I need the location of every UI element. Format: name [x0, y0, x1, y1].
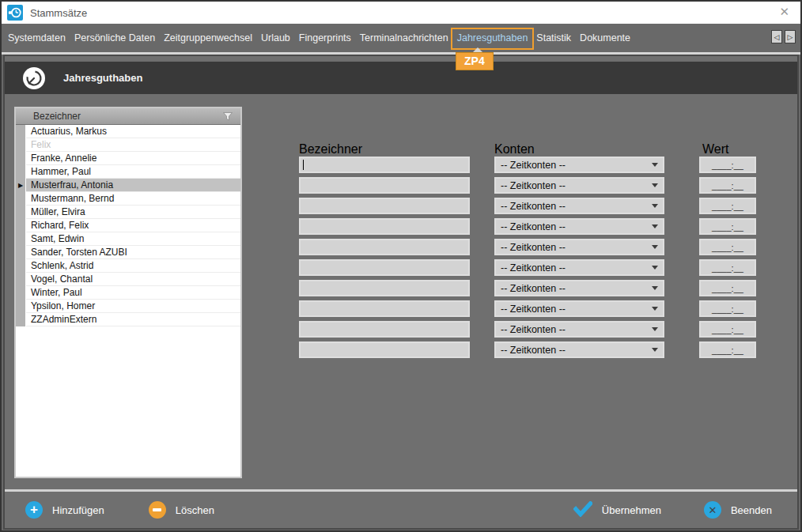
tab-systemdaten[interactable]: Systemdaten: [8, 32, 66, 43]
tab-dokumente[interactable]: Dokumente: [580, 32, 630, 43]
exit-button[interactable]: ✕ Beenden: [704, 501, 772, 519]
bezeichner-input[interactable]: [299, 218, 470, 235]
konten-select[interactable]: -- Zeitkonten --: [494, 259, 664, 276]
checkmark-icon: [573, 501, 592, 519]
exit-button-label: Beenden: [731, 504, 772, 516]
konten-select-value: -- Zeitkonten --: [501, 221, 566, 232]
text-caret: [303, 160, 304, 170]
wert-input[interactable]: ____:__: [699, 321, 756, 338]
row-selector-gutter: ▶: [16, 125, 26, 138]
employee-list-item[interactable]: ▶ Samt, Edwin: [16, 232, 240, 246]
tab-bar: Systemdaten Persönliche Daten Zeitgruppe…: [2, 24, 800, 52]
employee-list-item[interactable]: ▶ Musterfrau, Antonia: [16, 179, 240, 192]
tab-urlaub[interactable]: Urlaub: [261, 32, 290, 43]
apply-button-label: Übernehmen: [602, 504, 661, 516]
tab-fingerprints[interactable]: Fingerprints: [299, 32, 351, 43]
employee-list-item[interactable]: ▶ Winter, Paul: [16, 286, 240, 300]
guthaben-row: -- Zeitkonten -- ____:__: [299, 259, 756, 276]
konten-select[interactable]: -- Zeitkonten --: [494, 198, 664, 214]
close-icon[interactable]: ✕: [779, 5, 789, 19]
konten-select[interactable]: -- Zeitkonten --: [494, 300, 664, 317]
row-selector-gutter: ▶: [16, 313, 26, 326]
wert-input[interactable]: ____:__: [699, 259, 756, 276]
employee-list-item[interactable]: ▶ Richard, Felix: [16, 219, 240, 232]
bezeichner-input[interactable]: [299, 177, 470, 194]
konten-select[interactable]: -- Zeitkonten --: [494, 280, 664, 296]
tab-pers-nliche-daten[interactable]: Persönliche Daten: [74, 32, 155, 43]
employee-name: Winter, Paul: [26, 286, 240, 300]
row-selector-gutter: ▶: [16, 300, 26, 313]
add-button[interactable]: + Hinzufügen: [25, 501, 104, 519]
row-selector-gutter: ▶: [16, 273, 26, 286]
wert-input[interactable]: ____:__: [699, 198, 756, 214]
plus-glyph: +: [30, 503, 38, 516]
tab-terminalnachrichten[interactable]: Terminalnachrichten: [360, 32, 448, 43]
close-circle-icon: ✕: [704, 501, 721, 519]
list-column-header[interactable]: Bezeichner: [16, 108, 240, 125]
form-header-wert: Wert: [702, 142, 728, 157]
employee-name: Felix: [26, 138, 240, 152]
bezeichner-input[interactable]: [299, 321, 470, 338]
form-header-bezeichner: Bezeichner: [299, 142, 362, 157]
bezeichner-input[interactable]: [299, 157, 470, 173]
filter-icon[interactable]: [223, 112, 233, 123]
employee-list-item[interactable]: ▶ Felix: [16, 138, 240, 152]
employee-list-item[interactable]: ▶ ZZAdminExtern: [16, 313, 240, 326]
wert-input[interactable]: ____:__: [699, 280, 756, 296]
tab-zeitgruppenwechsel[interactable]: Zeitgruppenwechsel: [164, 32, 252, 43]
employee-list-item[interactable]: ▶ Ypsilon, Homer: [16, 300, 240, 313]
wert-mask-value: ____:__: [712, 202, 743, 211]
delete-button[interactable]: Löschen: [149, 501, 214, 519]
employee-list-item[interactable]: ▶ Actuarius, Markus: [16, 125, 240, 138]
wert-input[interactable]: ____:__: [699, 341, 756, 358]
bezeichner-input[interactable]: [299, 239, 470, 255]
tab-scroll-left-icon[interactable]: ◁: [771, 30, 782, 43]
tab-label: Zeitgruppenwechsel: [164, 32, 252, 43]
wert-input[interactable]: ____:__: [699, 300, 756, 317]
employee-list-item[interactable]: ▶ Franke, Annelie: [16, 152, 240, 165]
konten-select-value: -- Zeitkonten --: [501, 283, 566, 294]
apply-button[interactable]: Übernehmen: [573, 501, 661, 519]
employee-list-item[interactable]: ▶ Mustermann, Bernd: [16, 192, 240, 206]
bezeichner-input[interactable]: [299, 280, 470, 296]
zp4-annotation-badge: ZP4: [456, 52, 494, 70]
wert-input[interactable]: ____:__: [699, 218, 756, 235]
konten-select[interactable]: -- Zeitkonten --: [494, 239, 664, 255]
chevron-down-icon: [652, 204, 658, 208]
bezeichner-input[interactable]: [299, 341, 470, 358]
row-selector-gutter: ▶: [16, 192, 26, 206]
bezeichner-input[interactable]: [299, 259, 470, 276]
bezeichner-input[interactable]: [299, 300, 470, 317]
app-clock-icon: [7, 5, 23, 21]
bezeichner-input[interactable]: [299, 198, 470, 214]
wert-input[interactable]: ____:__: [699, 177, 756, 194]
employee-list-item[interactable]: ▶ Müller, Elvira: [16, 206, 240, 219]
tab-jahresguthaben[interactable]: Jahresguthaben: [457, 32, 528, 43]
konten-select-value: -- Zeitkonten --: [501, 262, 566, 274]
guthaben-row: -- Zeitkonten -- ____:__: [299, 280, 756, 296]
guthaben-row: -- Zeitkonten -- ____:__: [299, 177, 756, 194]
tab-scroll-right-icon[interactable]: ▷: [785, 30, 796, 43]
konten-select[interactable]: -- Zeitkonten --: [494, 177, 664, 194]
employee-name: Actuarius, Markus: [26, 125, 240, 138]
row-selector-gutter: ▶: [16, 165, 26, 179]
wert-input[interactable]: ____:__: [699, 157, 756, 173]
content-frame: Jahresguthaben Bezeichner ▶ Actuarius, M…: [3, 55, 799, 530]
tab-label: Persönliche Daten: [74, 32, 155, 43]
employee-list-item[interactable]: ▶ Schlenk, Astrid: [16, 259, 240, 273]
konten-select[interactable]: -- Zeitkonten --: [494, 218, 664, 235]
konten-select[interactable]: -- Zeitkonten --: [494, 157, 664, 173]
employee-list-item[interactable]: ▶ Hammer, Paul: [16, 165, 240, 179]
konten-select[interactable]: -- Zeitkonten --: [494, 341, 664, 358]
wert-input[interactable]: ____:__: [699, 239, 756, 255]
employee-list-item[interactable]: ▶ Vogel, Chantal: [16, 273, 240, 286]
employee-list-item[interactable]: ▶ Sander, Torsten AZUBI: [16, 246, 240, 259]
konten-select[interactable]: -- Zeitkonten --: [494, 321, 664, 338]
tab-statistik[interactable]: Statistik: [536, 32, 571, 43]
wert-mask-value: ____:__: [712, 304, 743, 314]
chevron-down-icon: [652, 286, 658, 290]
konten-select-value: -- Zeitkonten --: [501, 304, 566, 315]
stammsaetze-window: Stammsätze ✕ Systemdaten Persönliche Dat…: [0, 0, 802, 532]
minus-icon: [149, 501, 166, 519]
row-selector-gutter: ▶: [16, 246, 26, 259]
